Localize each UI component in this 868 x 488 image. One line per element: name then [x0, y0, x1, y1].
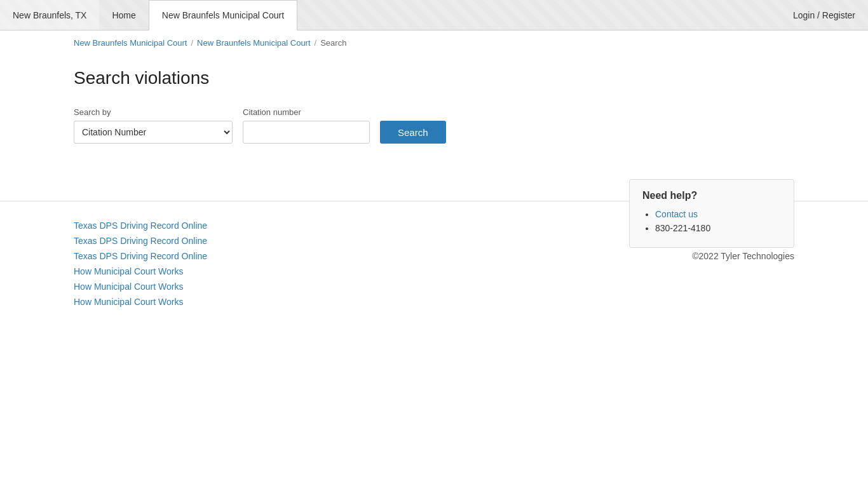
help-phone: 830-221-4180 [655, 223, 710, 233]
main-content: Search violations Search by Citation Num… [0, 55, 868, 201]
top-nav: New Braunfels, TX Home New Braunfels Mun… [0, 0, 868, 30]
footer-left-links: Texas DPS Driving Record Online Texas DP… [74, 220, 207, 307]
login-register-link[interactable]: Login / Register [793, 10, 855, 20]
citation-number-group: Citation number [243, 107, 370, 144]
search-by-select[interactable]: Citation Number Driver License Name [74, 121, 233, 144]
search-form: Search by Citation Number Driver License… [74, 107, 794, 144]
search-button[interactable]: Search [380, 121, 446, 144]
footer-link-5[interactable]: How Municipal Court Works [74, 281, 207, 292]
nav-home[interactable]: Home [99, 0, 148, 30]
breadcrumb-current: Search [320, 38, 346, 48]
breadcrumb-sep-2: / [315, 38, 317, 48]
footer-link-6[interactable]: How Municipal Court Works [74, 297, 207, 307]
nav-city[interactable]: New Braunfels, TX [0, 0, 99, 30]
search-by-label: Search by [74, 107, 233, 117]
footer-link-1[interactable]: Texas DPS Driving Record Online [74, 220, 207, 231]
citation-number-label: Citation number [243, 107, 370, 117]
breadcrumb: New Braunfels Municipal Court / New Brau… [0, 30, 868, 55]
nav-court[interactable]: New Braunfels Municipal Court [149, 0, 297, 30]
breadcrumb-sep-1: / [191, 38, 193, 48]
citation-number-input[interactable] [243, 121, 370, 144]
breadcrumb-link-1[interactable]: New Braunfels Municipal Court [74, 38, 187, 48]
search-by-group: Search by Citation Number Driver License… [74, 107, 233, 144]
footer-link-3[interactable]: Texas DPS Driving Record Online [74, 251, 207, 261]
help-contact-link[interactable]: Contact us [655, 209, 698, 219]
page-title: Search violations [74, 68, 794, 88]
help-contact-item: Contact us [655, 209, 781, 219]
help-box: Need help? Contact us 830-221-4180 [629, 179, 794, 248]
footer-copyright: ©2022 Tyler Technologies [658, 251, 794, 261]
help-phone-item: 830-221-4180 [655, 223, 781, 233]
breadcrumb-link-2[interactable]: New Braunfels Municipal Court [197, 38, 310, 48]
footer-link-4[interactable]: How Municipal Court Works [74, 266, 207, 276]
help-box-title: Need help? [642, 190, 781, 201]
footer-link-2[interactable]: Texas DPS Driving Record Online [74, 236, 207, 246]
